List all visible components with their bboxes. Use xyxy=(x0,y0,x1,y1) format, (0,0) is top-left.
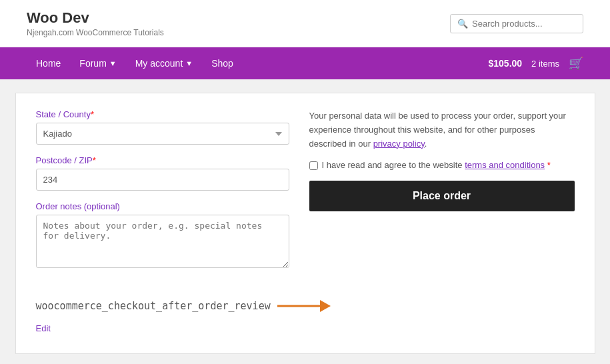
nav-item-myaccount[interactable]: My account ▼ xyxy=(126,47,202,79)
terms-link[interactable]: terms and conditions xyxy=(465,160,545,170)
postcode-label: Postcode / ZIP* xyxy=(36,155,289,165)
order-panel: Your personal data will be used to proce… xyxy=(309,109,575,281)
content-grid: State / County* Kajiado Postcode / ZIP* … xyxy=(36,109,575,281)
privacy-text: Your personal data will be used to proce… xyxy=(309,109,575,151)
cart-price: $105.00 xyxy=(488,58,522,69)
main-nav: Home Forum ▼ My account ▼ Shop $105.00 2… xyxy=(0,47,610,79)
hook-label-row: woocommerce_checkout_after_order_review xyxy=(36,299,575,313)
nav-myaccount-label: My account xyxy=(135,58,183,69)
state-field-group: State / County* Kajiado xyxy=(36,109,289,145)
terms-checkbox[interactable] xyxy=(309,161,318,170)
search-input[interactable] xyxy=(472,19,576,29)
nav-left: Home Forum ▼ My account ▼ Shop xyxy=(27,47,243,79)
nav-forum-label: Forum xyxy=(79,58,106,69)
privacy-policy-link[interactable]: privacy policy xyxy=(373,139,425,149)
nav-shop-label: Shop xyxy=(211,58,233,69)
postcode-input[interactable] xyxy=(36,169,289,191)
arrow-icon xyxy=(277,299,331,313)
state-select[interactable]: Kajiado xyxy=(36,123,289,145)
search-box[interactable]: 🔍 xyxy=(450,14,583,33)
site-title: Woo Dev xyxy=(27,9,164,27)
order-notes-textarea[interactable] xyxy=(36,215,289,268)
cart-items-count: 2 items xyxy=(531,59,559,69)
terms-checkbox-row: I have read and agree to the website ter… xyxy=(309,160,575,170)
state-label: State / County* xyxy=(36,109,289,119)
nav-item-shop[interactable]: Shop xyxy=(202,47,243,79)
nav-item-home[interactable]: Home xyxy=(27,47,70,79)
terms-text: I have read and agree to the website ter… xyxy=(322,160,551,170)
site-branding: Woo Dev Njengah.com WooCommerce Tutorial… xyxy=(27,9,164,37)
hook-label-text: woocommerce_checkout_after_order_review xyxy=(36,300,271,312)
order-notes-field-group: Order notes (optional) xyxy=(36,201,289,270)
order-notes-label: Order notes (optional) xyxy=(36,201,289,211)
nav-right: $105.00 2 items 🛒 xyxy=(488,56,583,71)
main-content: State / County* Kajiado Postcode / ZIP* … xyxy=(15,93,595,354)
checkout-form: State / County* Kajiado Postcode / ZIP* … xyxy=(36,109,289,281)
site-tagline: Njengah.com WooCommerce Tutorials xyxy=(27,28,164,37)
nav-item-forum[interactable]: Forum ▼ xyxy=(70,47,125,79)
cart-icon[interactable]: 🛒 xyxy=(569,56,583,71)
chevron-down-icon: ▼ xyxy=(109,59,117,67)
site-header: Woo Dev Njengah.com WooCommerce Tutorial… xyxy=(0,0,610,47)
postcode-field-group: Postcode / ZIP* xyxy=(36,155,289,191)
place-order-button[interactable]: Place order xyxy=(309,181,575,211)
search-icon: 🔍 xyxy=(457,19,468,29)
chevron-down-icon: ▼ xyxy=(185,59,193,67)
edit-link[interactable]: Edit xyxy=(36,323,51,333)
nav-home-label: Home xyxy=(36,58,61,69)
